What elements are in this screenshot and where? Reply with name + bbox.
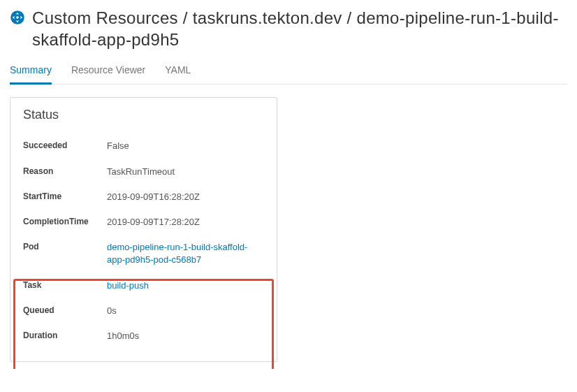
plugin-icon <box>10 10 25 27</box>
tab-yaml[interactable]: YAML <box>165 57 191 84</box>
row-value: TaskRunTimeout <box>107 166 175 178</box>
row-label: Succeeded <box>23 140 107 150</box>
row-label: Task <box>23 280 107 290</box>
status-row-queued: Queued 0s <box>23 298 264 324</box>
row-label: Duration <box>23 330 107 340</box>
row-value: False <box>107 140 129 152</box>
task-link[interactable]: build-push <box>107 280 149 292</box>
tab-resource-viewer[interactable]: Resource Viewer <box>71 57 145 84</box>
status-row-duration: Duration 1h0m0s <box>23 324 264 349</box>
status-card: Status Succeeded False Reason TaskRunTim… <box>10 97 277 362</box>
tabs: Summary Resource Viewer YAML <box>10 57 567 85</box>
row-label: CompletionTime <box>23 216 107 226</box>
status-row-completiontime: CompletionTime 2019-09-09T17:28:20Z <box>23 210 264 235</box>
row-value: 2019-09-09T16:28:20Z <box>107 191 200 203</box>
row-label: Queued <box>23 305 107 315</box>
row-label: StartTime <box>23 191 107 201</box>
status-row-reason: Reason TaskRunTimeout <box>23 159 264 184</box>
breadcrumb: Custom Resources / taskruns.tekton.dev /… <box>32 7 567 50</box>
status-row-pod: Pod demo-pipeline-run-1-build-skaffold-a… <box>23 235 264 273</box>
svg-point-1 <box>16 16 19 19</box>
row-value: 0s <box>107 305 117 317</box>
status-row-starttime: StartTime 2019-09-09T16:28:20Z <box>23 184 264 210</box>
status-table: Succeeded False Reason TaskRunTimeout St… <box>10 133 277 361</box>
row-label: Reason <box>23 166 107 176</box>
row-value: 2019-09-09T17:28:20Z <box>107 216 200 228</box>
pod-link[interactable]: demo-pipeline-run-1-build-skaffold-app-p… <box>107 241 264 266</box>
page-header: Custom Resources / taskruns.tekton.dev /… <box>10 7 567 50</box>
card-title: Status <box>10 98 277 133</box>
row-label: Pod <box>23 241 107 252</box>
status-row-succeeded: Succeeded False <box>23 133 264 159</box>
row-value: 1h0m0s <box>107 330 139 342</box>
tab-summary[interactable]: Summary <box>10 57 52 84</box>
status-row-task: Task build-push <box>23 273 264 298</box>
